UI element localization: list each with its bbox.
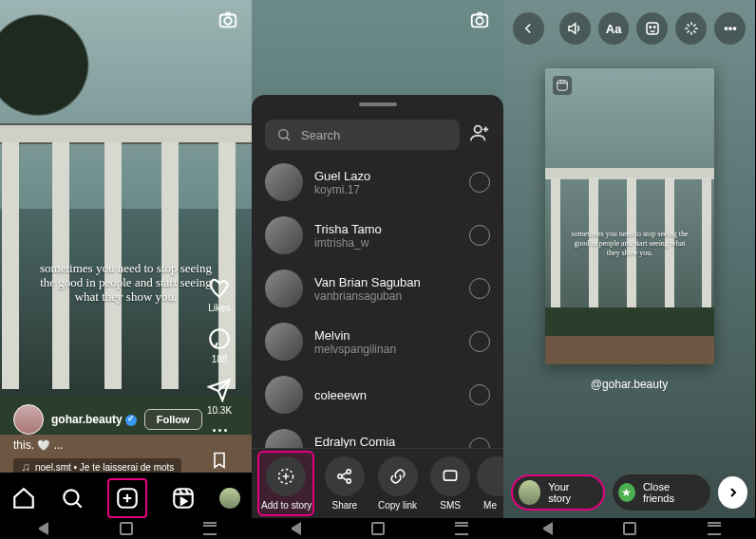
your-story-button[interactable]: Your story	[511, 474, 605, 511]
follow-button[interactable]: Follow	[144, 409, 202, 430]
nav-create-button[interactable]	[107, 478, 147, 518]
reel-view-pane: sometimes you need to stop seeing the go…	[0, 0, 252, 539]
reel-caption[interactable]: this. 🤍 ...	[13, 438, 64, 452]
contact-avatar	[265, 429, 303, 448]
contact-avatar	[265, 376, 303, 414]
android-home[interactable]	[120, 522, 133, 535]
svg-point-10	[279, 130, 288, 139]
likes-label: Likes	[200, 303, 238, 313]
android-recent[interactable]	[455, 522, 468, 535]
audio-label: noel.smt • Je te laisserai de mots	[35, 462, 174, 473]
white-heart-icon: 🤍	[37, 439, 50, 451]
text-tool-button[interactable]: Aa	[598, 12, 630, 45]
contact-name: Guel Lazo	[314, 169, 458, 183]
svg-point-20	[725, 28, 727, 29]
share-sheet-pane: Search Guel Lazokoymi.17Trisha Tamoimtri…	[252, 0, 503, 539]
share-sheet: Search Guel Lazokoymi.17Trisha Tamoimtri…	[252, 95, 503, 448]
android-back[interactable]	[288, 522, 301, 535]
audio-pill[interactable]: noel.smt • Je te laisserai de mots	[13, 458, 181, 476]
svg-point-4	[27, 468, 28, 470]
add-user-icon[interactable]	[469, 122, 490, 147]
search-input[interactable]: Search	[265, 120, 460, 150]
search-icon	[276, 127, 292, 142]
story-composer-pane: Aa sometimes you need to stop seeing the…	[503, 0, 755, 539]
save-button[interactable]	[200, 449, 238, 474]
select-radio[interactable]	[469, 437, 490, 448]
share-button[interactable]: 10.3K	[200, 378, 238, 416]
sheet-drag-handle[interactable]	[359, 102, 397, 106]
more-icon[interactable]	[714, 12, 746, 45]
close-friends-star-icon: ★	[618, 483, 635, 502]
select-radio[interactable]	[469, 278, 490, 299]
nav-profile-avatar[interactable]	[219, 488, 240, 509]
svg-rect-23	[558, 81, 568, 91]
music-note-icon	[21, 463, 30, 473]
svg-rect-7	[174, 489, 193, 508]
contact-avatar	[265, 216, 303, 254]
svg-point-21	[728, 28, 730, 29]
reel-badge-icon	[553, 76, 572, 95]
copy-link-button[interactable]: Copy link	[371, 456, 425, 511]
comment-button[interactable]: 188	[200, 326, 238, 364]
effects-icon[interactable]	[675, 12, 707, 45]
more-actions-cutoff[interactable]: Me	[477, 456, 503, 511]
send-next-button[interactable]	[718, 476, 747, 509]
share-contact-row[interactable]: Van Brian Sagubanvanbriansaguban	[252, 262, 503, 315]
svg-point-22	[733, 28, 735, 29]
share-contact-row[interactable]: Edralyn Comiacomiamazing	[252, 421, 503, 448]
author-avatar[interactable]	[13, 404, 44, 435]
share-contact-row[interactable]: Guel Lazokoymi.17	[252, 156, 503, 209]
share-contact-row[interactable]: Melvinmelvspangilinan	[252, 315, 503, 368]
contact-username: melvspangilinan	[314, 343, 458, 356]
nav-reels-icon[interactable]	[171, 486, 196, 511]
contact-avatar	[265, 323, 303, 361]
android-back[interactable]	[35, 522, 48, 535]
android-recent[interactable]	[708, 522, 721, 535]
android-home[interactable]	[371, 522, 385, 535]
more-options-button[interactable]	[200, 429, 238, 432]
mention-label[interactable]: @gohar.beauty	[503, 378, 755, 391]
author-username[interactable]: gohar.beauty	[51, 413, 137, 426]
svg-point-5	[64, 490, 78, 504]
audio-toggle-icon[interactable]	[559, 12, 591, 45]
contact-username: koymi.17	[314, 183, 458, 196]
select-radio[interactable]	[469, 225, 490, 246]
share-contact-row[interactable]: Trisha Tamoimtrisha_w	[252, 209, 503, 262]
story-preview-frame[interactable]: sometimes you need to stop seeing the go…	[545, 68, 714, 364]
svg-rect-17	[647, 23, 658, 34]
select-radio[interactable]	[469, 172, 490, 193]
contact-name: Trisha Tamo	[314, 222, 458, 236]
share-action-button[interactable]: Share	[318, 456, 371, 511]
contact-username: vanbriansaguban	[314, 289, 458, 303]
contact-name: Van Brian Saguban	[314, 275, 458, 289]
close-friends-button[interactable]: ★ Close friends	[613, 474, 710, 511]
preview-quote: sometimes you need to stop seeing the go…	[568, 230, 691, 258]
share-actions-bar: Add to story Share Copy link SMS Me	[252, 448, 503, 518]
bottom-nav	[0, 478, 252, 518]
sticker-icon[interactable]	[636, 12, 668, 45]
your-story-avatar	[519, 480, 540, 505]
share-contact-row[interactable]: coleeewn	[252, 368, 503, 421]
android-home[interactable]	[623, 522, 636, 535]
comments-count: 188	[200, 354, 238, 364]
add-to-story-button[interactable]: Add to story	[257, 451, 314, 516]
android-recent[interactable]	[203, 522, 217, 535]
nav-home-icon[interactable]	[11, 486, 36, 511]
search-placeholder: Search	[301, 128, 340, 142]
like-button[interactable]: Likes	[200, 275, 238, 313]
author-row: gohar.beauty Follow	[13, 404, 202, 435]
nav-search-icon[interactable]	[60, 486, 85, 511]
shares-count: 10.3K	[200, 405, 238, 416]
select-radio[interactable]	[469, 331, 490, 352]
back-button[interactable]	[513, 12, 544, 45]
contact-avatar	[265, 163, 303, 201]
contact-username: imtrisha_w	[314, 236, 458, 250]
contact-name: Edralyn Comia	[314, 435, 458, 449]
android-nav-bar	[0, 518, 756, 539]
sms-button[interactable]: SMS	[424, 456, 477, 511]
camera-icon[interactable]	[469, 9, 490, 30]
select-radio[interactable]	[469, 384, 490, 405]
contact-name: Melvin	[314, 328, 458, 343]
android-back[interactable]	[539, 522, 553, 535]
camera-icon[interactable]	[217, 9, 238, 30]
